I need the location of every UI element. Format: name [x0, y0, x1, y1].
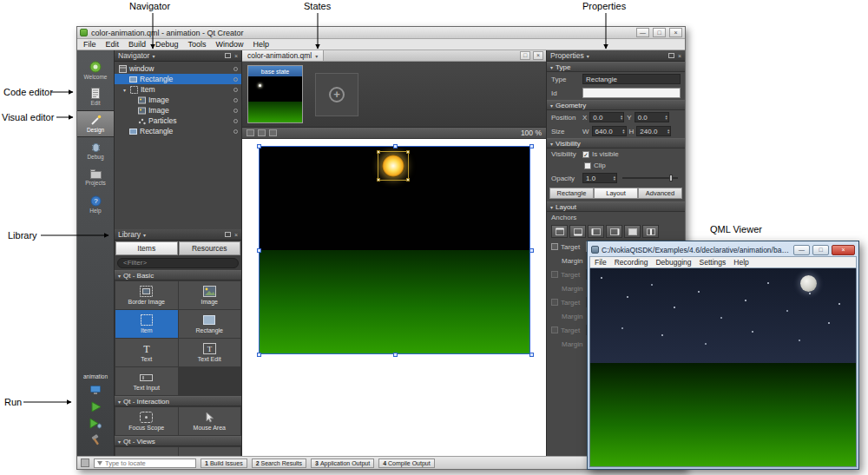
spinbox-arrows-icon[interactable]: ▴▾ [622, 129, 624, 135]
section-qt-basic[interactable]: ▾ Qt - Basic [115, 270, 241, 280]
split-panel-icon[interactable] [225, 53, 231, 58]
opacity-slider[interactable] [622, 177, 678, 179]
anchor-bottom-button[interactable] [569, 225, 586, 238]
output-pane-search-results[interactable]: 2 Search Results [252, 459, 306, 468]
chevron-down-icon[interactable]: ▾ [587, 53, 589, 59]
tab-layout[interactable]: Layout [594, 188, 638, 199]
mode-edit[interactable]: Edit [77, 83, 114, 110]
scene-resize-handle[interactable] [393, 144, 398, 148]
chevron-down-icon[interactable]: ▾ [143, 232, 146, 238]
spinbox-arrows-icon[interactable]: ▴▾ [665, 115, 667, 121]
menu-tools[interactable]: Tools [188, 40, 207, 49]
snapping-tool-icon[interactable] [258, 129, 266, 136]
document-tab[interactable]: color-animation.qml ▾ [242, 50, 324, 61]
menu-build[interactable]: Build [128, 40, 146, 49]
library-item-partial[interactable] [179, 447, 241, 456]
navigator-item-item[interactable]: ▾ Item [115, 84, 241, 95]
anchor-right-button[interactable] [606, 225, 622, 238]
mode-debug[interactable]: Debug [77, 137, 114, 164]
sun-resize-handle[interactable] [377, 150, 380, 154]
navigator-item-particles[interactable]: Particles [115, 115, 241, 126]
output-pane-application-output[interactable]: 3 Application Output [311, 459, 374, 468]
locator-input[interactable] [105, 459, 193, 467]
target-selector-button[interactable] [89, 384, 102, 396]
section-layout[interactable]: ▾ Layout [547, 201, 685, 212]
visibility-eye-icon[interactable] [233, 88, 238, 92]
navigator-item-rectangle[interactable]: Rectangle [115, 126, 241, 136]
menu-file[interactable]: File [595, 258, 607, 267]
scene-resize-handle[interactable] [257, 144, 261, 148]
anchor-fill-button[interactable] [624, 225, 641, 238]
sun-resize-handle[interactable] [377, 178, 380, 181]
library-item-grid-view[interactable] [115, 447, 178, 456]
show-bounds-icon[interactable] [269, 129, 277, 136]
maximize-button[interactable]: □ [653, 28, 666, 37]
minimize-button[interactable]: — [793, 245, 810, 255]
slider-knob[interactable] [669, 175, 673, 181]
section-qt-views[interactable]: ▾ Qt - Views [115, 436, 241, 446]
mode-welcome[interactable]: Welcome [77, 56, 114, 83]
maximize-button[interactable]: □ [812, 245, 829, 255]
scene-resize-handle[interactable] [257, 248, 261, 253]
visibility-eye-icon[interactable] [233, 67, 238, 71]
library-item-image[interactable]: Image [179, 281, 241, 309]
sun-resize-handle[interactable] [406, 150, 410, 154]
split-panel-icon[interactable] [225, 232, 231, 237]
menu-file[interactable]: File [83, 40, 96, 49]
creator-titlebar[interactable]: color-animation.qml - animation - Qt Cre… [77, 27, 685, 39]
close-panel-icon[interactable]: × [678, 53, 681, 59]
minimize-button[interactable]: — [636, 28, 649, 37]
output-pane-build-issues[interactable]: 1 Build Issues [201, 459, 247, 468]
chevron-down-icon[interactable]: ▾ [152, 53, 155, 59]
locator-filter-icon[interactable] [97, 461, 102, 465]
close-button[interactable]: × [832, 245, 855, 255]
height-spinbox[interactable]: 240.0 ▴▾ [636, 126, 671, 136]
navigator-item-image[interactable]: Image [115, 105, 241, 115]
scene-resize-handle[interactable] [529, 248, 534, 253]
library-item-text-edit[interactable]: T Text Edit [179, 339, 241, 366]
library-item-border-image[interactable]: Border Image [115, 281, 178, 309]
visibility-eye-icon[interactable] [233, 129, 238, 134]
add-state-button[interactable]: + [315, 73, 358, 116]
zoom-level[interactable]: 100 % [521, 129, 542, 137]
mode-projects[interactable]: Projects [77, 164, 114, 191]
state-base-state[interactable]: base state [247, 65, 303, 123]
menu-settings[interactable]: Settings [700, 258, 727, 267]
run-debug-button[interactable] [89, 417, 102, 429]
anchor-center-button[interactable] [642, 225, 659, 238]
close-panel-icon[interactable]: × [234, 232, 238, 238]
menu-window[interactable]: Window [216, 40, 244, 49]
menu-help[interactable]: Help [733, 258, 748, 267]
menu-recording[interactable]: Recording [615, 258, 648, 267]
navigator-item-window[interactable]: window [115, 63, 241, 74]
scene-root-rectangle[interactable] [259, 146, 530, 354]
clip-checkbox[interactable] [584, 162, 591, 169]
anchor-left-button[interactable] [588, 225, 604, 238]
tab-resources[interactable]: Resources [179, 241, 241, 255]
section-visibility[interactable]: ▾ Visibility [547, 138, 685, 148]
library-item-rectangle[interactable]: Rectangle [179, 310, 241, 338]
visibility-eye-icon[interactable] [233, 119, 238, 123]
x-spinbox[interactable]: 0.0 ▴▾ [589, 112, 624, 122]
type-value-field[interactable]: Rectangle [582, 74, 681, 84]
spinbox-arrows-icon[interactable]: ▴▾ [614, 175, 615, 181]
menu-debugging[interactable]: Debugging [655, 258, 691, 267]
spinbox-arrows-icon[interactable]: ▴▾ [667, 129, 669, 135]
library-item-item[interactable]: Item [115, 310, 178, 338]
sidebar-toggle-icon[interactable] [81, 459, 89, 467]
viewer-titlebar[interactable]: C:/NokiaQtSDK/Examples/4.6/declarative/a… [589, 243, 857, 256]
width-spinbox[interactable]: 640.0 ▴▾ [592, 126, 627, 136]
visibility-eye-icon[interactable] [233, 109, 238, 113]
is-visible-checkbox[interactable]: ✓ [582, 151, 589, 158]
library-item-focus-scope[interactable]: Focus Scope [115, 407, 178, 435]
mode-help[interactable]: ? Help [77, 191, 114, 218]
section-qt-interaction[interactable]: ▾ Qt - Interaction [115, 396, 241, 406]
anchor-top-button[interactable] [551, 225, 568, 238]
library-item-text-input[interactable]: Text Input [115, 367, 178, 395]
scene-ground-rectangle[interactable] [260, 250, 529, 353]
close-document-button[interactable]: × [533, 51, 543, 60]
scene-resize-handle[interactable] [529, 353, 534, 357]
visibility-eye-icon[interactable] [233, 98, 238, 102]
selection-tool-icon[interactable] [247, 129, 254, 136]
navigator-item-rectangle-selected[interactable]: Rectangle [115, 74, 241, 84]
